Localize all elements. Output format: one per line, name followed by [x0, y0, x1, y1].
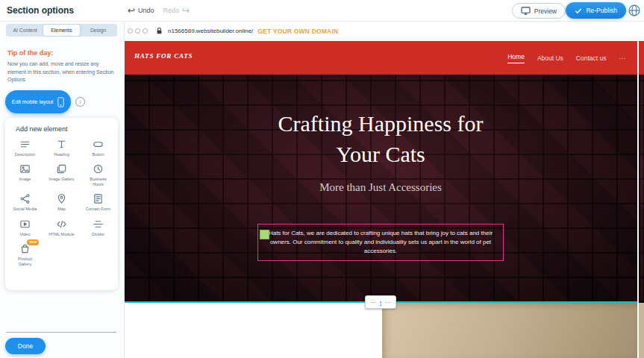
sliver-header	[639, 41, 644, 75]
page-title: Section options	[7, 0, 74, 21]
tip-of-the-day: Tip of the day: Now you can add, move an…	[7, 49, 115, 84]
done-button[interactable]: Done	[5, 338, 46, 354]
site-header[interactable]: HATS FOR CATS HomeAbout UsContact us⋯	[124, 41, 637, 75]
undo-button[interactable]: Undo	[128, 6, 154, 15]
next-section-image	[382, 303, 637, 358]
html-module-icon	[56, 219, 67, 230]
element-label: Contact Form	[86, 207, 110, 212]
element-label: Image Gallery	[49, 177, 74, 182]
nav-home[interactable]: Home	[507, 53, 525, 63]
map-icon	[56, 193, 67, 204]
element-label: HTML Module	[49, 232, 74, 237]
tip-body: Now you can add, move and resize any ele…	[7, 60, 115, 84]
add-element-video[interactable]: Video	[7, 219, 43, 237]
hero-section[interactable]: Crafting Happiness for Your Cats More th…	[124, 75, 637, 303]
tab-design[interactable]: Design	[80, 25, 116, 36]
page-edge-sliver	[639, 41, 644, 358]
add-element-image[interactable]: Image	[7, 163, 43, 187]
sliver-hero	[639, 75, 644, 303]
add-element-image-gallery[interactable]: Image Gallery	[43, 163, 80, 187]
image-icon	[19, 163, 31, 175]
element-label: Social Media	[13, 207, 37, 212]
tip-title: Tip of the day:	[7, 49, 115, 57]
browser-dots	[128, 28, 148, 34]
lock-icon	[155, 27, 163, 35]
divider-icon	[93, 219, 104, 230]
get-domain-link[interactable]: GET YOUR OWN DOMAIN	[257, 28, 338, 35]
republish-label: Re-Publish	[586, 7, 617, 14]
add-element-description[interactable]: Description	[7, 139, 43, 157]
language-globe-button[interactable]	[628, 4, 641, 17]
globe-icon	[628, 4, 641, 17]
redo-button[interactable]: Redo	[163, 6, 190, 15]
element-grid: DescriptionHeadingButtonImageImage Galle…	[7, 139, 116, 267]
add-element-product-gallery[interactable]: Product GalleryNEW	[7, 243, 43, 267]
browser-bar: n1566589.websitebuilder.online/ GET YOUR…	[124, 21, 644, 41]
site-nav: HomeAbout UsContact us⋯	[507, 41, 625, 75]
sidebar-divider	[6, 332, 116, 333]
element-label: Business Hours	[85, 177, 112, 187]
contact-form-icon	[93, 193, 104, 204]
heading-icon	[56, 139, 67, 150]
new-badge: NEW	[27, 239, 39, 245]
button-icon	[93, 139, 104, 150]
info-icon[interactable]	[75, 97, 85, 107]
phone-icon	[57, 97, 64, 107]
element-label: Video	[20, 232, 31, 237]
add-element-social-media[interactable]: Social Media	[7, 193, 43, 212]
tab-ai-content[interactable]: AI Content	[7, 25, 43, 36]
business-hours-icon	[93, 163, 104, 175]
add-element-heading[interactable]: Heading	[43, 139, 80, 157]
nav-more[interactable]: ⋯	[619, 54, 626, 62]
monitor-icon	[521, 7, 531, 15]
element-label: Image	[19, 177, 31, 182]
hero-subtitle[interactable]: More than Just Accessories	[124, 181, 637, 194]
add-element-panel: Add new element DescriptionHeadingButton…	[5, 118, 118, 290]
resize-arrows-icon	[378, 295, 383, 309]
check-icon	[575, 7, 582, 14]
add-element-button[interactable]: Button	[80, 139, 116, 157]
video-icon	[19, 219, 31, 230]
nav-about-us[interactable]: About Us	[537, 54, 563, 62]
add-element-business-hours[interactable]: Business Hours	[80, 163, 116, 187]
element-label: Button	[93, 152, 104, 157]
redo-label: Redo	[163, 7, 180, 14]
sliver-next	[639, 303, 644, 358]
edit-mobile-label: Edit mobile layout	[12, 99, 53, 104]
canvas-area: n1566589.websitebuilder.online/ GET YOUR…	[124, 21, 644, 358]
hero-title-line1: Crafting Happiness for	[124, 109, 637, 139]
undo-icon	[128, 6, 135, 15]
hero-title[interactable]: Crafting Happiness for Your Cats	[124, 75, 637, 169]
redo-icon	[182, 6, 190, 15]
add-element-map[interactable]: Map	[43, 193, 80, 212]
element-label: Description	[15, 152, 36, 157]
site-preview: HATS FOR CATS HomeAbout UsContact us⋯ Cr…	[124, 41, 637, 358]
next-section[interactable]	[124, 303, 637, 358]
section-resize-handle[interactable]	[365, 295, 396, 309]
add-element-divider[interactable]: Divider	[80, 219, 116, 237]
element-drag-handle[interactable]	[260, 230, 269, 239]
republish-button[interactable]: Re-Publish	[566, 2, 626, 19]
edit-mobile-row: Edit mobile layout	[5, 90, 85, 113]
social-media-icon	[19, 193, 31, 204]
tab-elements[interactable]: Elements	[43, 25, 80, 36]
undo-label: Undo	[138, 7, 154, 14]
add-element-html-module[interactable]: HTML Module	[43, 219, 80, 237]
selected-text-element[interactable]: Hats for Cats, we are dedicated to craft…	[257, 224, 504, 261]
hero-title-line2: Your Cats	[124, 139, 637, 170]
element-label: Map	[57, 207, 66, 212]
sidebar: AI ContentElementsDesign Tip of the day:…	[0, 21, 125, 358]
edit-mobile-layout-button[interactable]: Edit mobile layout	[5, 90, 71, 113]
add-element-contact-form[interactable]: Contact Form	[80, 193, 116, 212]
nav-contact-us[interactable]: Contact us	[576, 54, 607, 62]
handle-dots-left	[371, 302, 376, 303]
preview-button[interactable]: Preview	[512, 3, 566, 19]
history-controls: Undo Redo	[128, 0, 190, 21]
element-label: Product Gallery	[12, 257, 39, 267]
site-logo[interactable]: HATS FOR CATS	[134, 52, 193, 60]
site-url[interactable]: n1566589.websitebuilder.online/	[168, 28, 253, 34]
description-icon	[19, 139, 31, 150]
handle-dots-right	[385, 302, 390, 303]
hero-paragraph: Hats for Cats, we are dedicated to craft…	[266, 229, 495, 256]
element-label: Divider	[92, 232, 104, 237]
